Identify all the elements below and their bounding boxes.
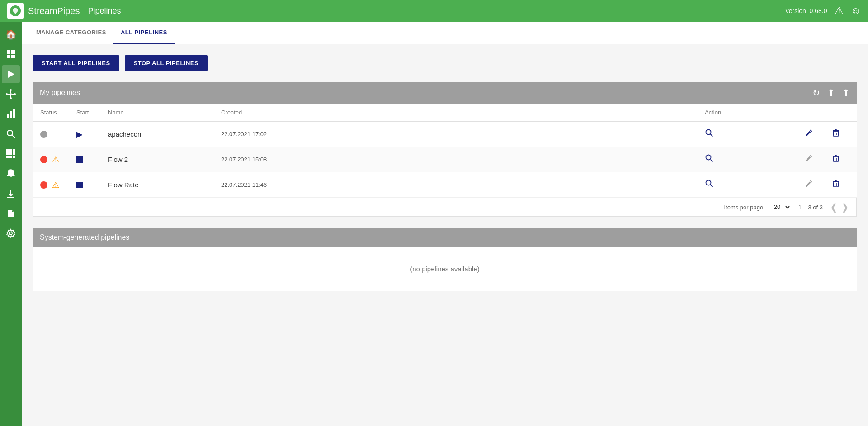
pipeline-name-3: Flow Rate — [108, 181, 221, 189]
svg-rect-12 — [10, 111, 12, 118]
edit-cell-3 — [795, 179, 822, 190]
stop-button-3[interactable] — [76, 182, 83, 188]
sidebar-item-apps[interactable] — [2, 145, 20, 163]
sidebar-item-connect[interactable] — [2, 85, 20, 103]
pagination-nav: ❮ ❯ — [830, 202, 849, 213]
svg-rect-1 — [7, 50, 10, 54]
svg-point-10 — [14, 93, 16, 95]
svg-rect-4 — [11, 55, 15, 58]
action-cell-2 — [705, 154, 795, 165]
sidebar-item-analytics[interactable] — [2, 105, 20, 123]
page-range: 1 – 3 of 3 — [798, 204, 823, 211]
delete-cell-1 — [822, 128, 849, 140]
svg-rect-13 — [13, 109, 15, 118]
col-name: Name — [108, 109, 221, 116]
svg-line-15 — [12, 135, 15, 138]
sidebar-item-notifications[interactable] — [2, 165, 20, 183]
table-footer: Items per page: 20 50 100 1 – 3 of 3 ❮ ❯ — [33, 198, 857, 217]
status-cell-3: ⚠ — [40, 180, 76, 190]
prev-page-button[interactable]: ❮ — [830, 202, 838, 213]
col-status: Status — [40, 109, 76, 116]
empty-message: (no pipelines available) — [410, 265, 479, 273]
pipeline-created-2: 22.07.2021 15:08 — [221, 156, 705, 163]
status-dot-active-3 — [40, 181, 47, 189]
tab-all-pipelines[interactable]: ALL PIPELINES — [113, 22, 175, 44]
warning-icon-2: ⚠ — [52, 155, 59, 165]
table-row: ⚠ Flow Rate 22.07.2021 11:46 — [33, 172, 857, 198]
table-header: Status Start Name Created Action — [33, 104, 857, 122]
search-action-icon-3[interactable] — [705, 179, 714, 190]
svg-rect-18 — [13, 149, 15, 152]
stop-button-2[interactable] — [76, 156, 83, 163]
topbar-right: version: 0.68.0 ⚠ ☺ — [786, 5, 861, 17]
pipeline-created-1: 22.07.2021 17:02 — [221, 131, 705, 137]
svg-point-27 — [9, 232, 12, 235]
svg-rect-17 — [9, 149, 12, 152]
col-action: Action — [705, 109, 795, 116]
sidebar-item-files[interactable] — [2, 204, 20, 222]
section-title: Pipelines — [88, 6, 121, 16]
status-dot-inactive — [40, 131, 47, 138]
my-pipelines-title: My pipelines — [40, 89, 80, 97]
delete-cell-3 — [822, 179, 849, 190]
svg-rect-3 — [7, 55, 10, 58]
svg-point-40 — [706, 180, 711, 185]
warning-icon-3: ⚠ — [52, 180, 59, 190]
search-action-icon-2[interactable] — [705, 154, 714, 165]
svg-line-29 — [711, 134, 713, 137]
delete-icon-3[interactable] — [831, 179, 840, 190]
svg-rect-2 — [11, 50, 15, 54]
refresh-icon[interactable]: ↻ — [812, 87, 820, 98]
upload-icon-2[interactable]: ⬆ — [842, 87, 850, 98]
svg-line-35 — [711, 160, 713, 162]
sidebar-item-downloads[interactable] — [2, 185, 20, 203]
table-row: ▶ apachecon 22.07.2021 17:02 — [33, 122, 857, 147]
play-button-1[interactable]: ▶ — [76, 129, 83, 139]
tab-manage-categories[interactable]: MANAGE CATEGORIES — [29, 22, 113, 44]
main-content: MANAGE CATEGORIES ALL PIPELINES START AL… — [22, 22, 868, 426]
action-cell-3 — [705, 179, 795, 190]
sidebar: 🏠 — [0, 22, 22, 426]
svg-point-7 — [10, 89, 12, 91]
edit-cell-1 — [795, 128, 822, 140]
stop-all-pipelines-button[interactable]: STOP ALL PIPELINES — [125, 55, 208, 71]
svg-rect-43 — [835, 180, 837, 181]
app-name: StreamPipes — [28, 6, 80, 16]
svg-rect-37 — [835, 155, 837, 156]
app-logo — [7, 3, 24, 19]
svg-marker-5 — [8, 71, 14, 78]
svg-point-34 — [706, 155, 711, 160]
sidebar-item-pipelines[interactable] — [2, 65, 20, 83]
delete-icon-2[interactable] — [831, 154, 840, 165]
sidebar-item-settings[interactable] — [2, 224, 20, 242]
start-cell-1: ▶ — [76, 129, 108, 139]
system-pipelines-section: System-generated pipelines (no pipelines… — [33, 228, 857, 291]
edit-icon-1[interactable] — [804, 128, 813, 140]
status-cell-1 — [40, 131, 76, 138]
edit-icon-2[interactable] — [804, 154, 813, 165]
edit-icon-3[interactable] — [804, 179, 813, 190]
delete-icon-1[interactable] — [831, 128, 840, 140]
items-per-page-select[interactable]: 20 50 100 — [772, 203, 791, 211]
sidebar-item-search[interactable] — [2, 125, 20, 143]
sidebar-item-dashboard[interactable] — [2, 45, 20, 63]
user-icon[interactable]: ☺ — [851, 5, 861, 17]
system-pipelines-title: System-generated pipelines — [40, 233, 129, 241]
svg-line-41 — [711, 185, 713, 187]
topbar-left: StreamPipes Pipelines — [7, 3, 121, 19]
pipeline-table: Status Start Name Created Action — [33, 104, 857, 217]
svg-rect-21 — [13, 152, 15, 155]
upload-icon-1[interactable]: ⬆ — [827, 87, 835, 98]
start-all-pipelines-button[interactable]: START ALL PIPELINES — [33, 55, 119, 71]
search-action-icon-1[interactable] — [705, 128, 714, 140]
next-page-button[interactable]: ❯ — [841, 202, 849, 213]
pipeline-name-1: apachecon — [108, 130, 221, 138]
start-cell-2 — [76, 156, 108, 163]
system-pipelines-empty: (no pipelines available) — [33, 247, 857, 291]
pipeline-created-3: 22.07.2021 11:46 — [221, 181, 705, 188]
sidebar-item-home[interactable]: 🏠 — [2, 25, 20, 43]
notifications-icon[interactable]: ⚠ — [835, 5, 844, 17]
edit-cell-2 — [795, 154, 822, 165]
svg-rect-42 — [833, 181, 839, 182]
col-delete — [822, 109, 849, 116]
